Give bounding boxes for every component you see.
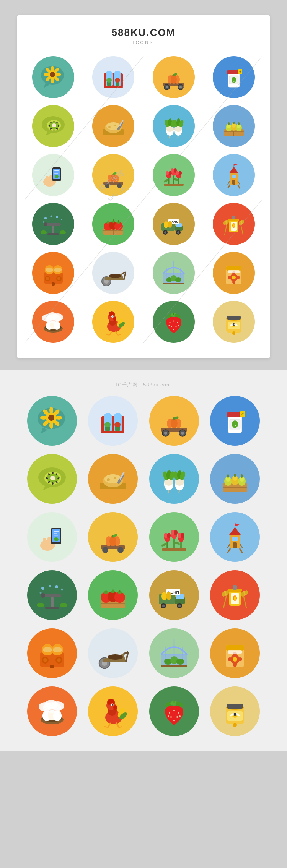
rooster-large-icon[interactable] — [88, 686, 138, 736]
tomatoes-box-icon[interactable] — [92, 203, 134, 245]
cheese-large-icon[interactable] — [88, 454, 138, 504]
corn-field-large-icon[interactable]: CORN — [149, 570, 199, 620]
svg-point-160 — [164, 231, 166, 234]
phone-hand-large-icon[interactable] — [27, 512, 77, 562]
orange-machine-icon[interactable] — [32, 252, 74, 294]
svg-rect-96 — [54, 172, 57, 172]
radish-large-icon[interactable] — [149, 454, 199, 504]
svg-point-265 — [49, 407, 53, 414]
svg-line-75 — [169, 136, 170, 138]
clouds-farm-large-icon[interactable] — [27, 686, 77, 736]
svg-point-468 — [228, 657, 232, 661]
svg-point-507 — [179, 715, 181, 717]
svg-point-505 — [173, 720, 175, 721]
svg-point-439 — [43, 647, 52, 652]
svg-rect-396 — [51, 597, 54, 607]
rooster-icon[interactable] — [92, 301, 134, 343]
pumpkin2-icon[interactable] — [92, 154, 134, 196]
svg-line-331 — [168, 490, 169, 493]
seeds-jar-icon[interactable]: ★ ② — [213, 56, 255, 98]
wheat-bell-icon[interactable] — [213, 203, 255, 245]
water-tower-large-icon[interactable] — [210, 512, 260, 562]
svg-point-395 — [41, 593, 45, 598]
seeds-jar-large-icon[interactable]: ★ ② — [210, 396, 260, 446]
svg-point-204 — [175, 277, 181, 282]
sprinkler-large-icon[interactable] — [27, 570, 77, 620]
svg-rect-282 — [101, 432, 124, 433]
svg-line-433 — [243, 595, 246, 608]
pumpkin-cart-large-icon[interactable] — [149, 396, 199, 446]
svg-point-249 — [173, 329, 174, 330]
corn-field-icon[interactable]: CORN — [153, 203, 195, 245]
svg-point-142 — [41, 230, 47, 234]
strawberry-icon[interactable] — [153, 301, 195, 343]
svg-point-23 — [106, 78, 112, 83]
seed-packet-icon[interactable] — [213, 252, 255, 294]
svg-rect-461 — [161, 665, 187, 667]
wheelbarrow-large-icon[interactable] — [88, 628, 138, 678]
svg-point-435 — [241, 592, 244, 597]
radish-icon[interactable] — [153, 105, 195, 147]
svg-point-21 — [114, 71, 121, 78]
kiwi-large-icon[interactable] — [27, 454, 77, 504]
honey-jar-large-icon[interactable] — [210, 686, 260, 736]
svg-point-281 — [114, 422, 121, 427]
honey-jar-icon[interactable] — [213, 301, 255, 343]
bottom-watermark: IC千库网 588ku.com — [116, 382, 171, 388]
svg-line-127 — [228, 181, 230, 185]
pumpkin2-large-icon[interactable] — [88, 512, 138, 562]
svg-rect-141 — [47, 233, 59, 235]
clouds-farm-icon[interactable] — [32, 301, 74, 343]
greenhouse2-large-icon[interactable] — [149, 628, 199, 678]
svg-rect-90 — [46, 176, 49, 183]
svg-rect-130 — [232, 175, 236, 178]
pears-crate-icon[interactable] — [213, 105, 255, 147]
sunflower-icon[interactable] — [32, 56, 74, 98]
tulips-large-icon[interactable] — [149, 512, 199, 562]
seed-packet-large-icon[interactable] — [210, 628, 260, 678]
svg-point-391 — [55, 585, 58, 588]
svg-point-245 — [173, 321, 174, 322]
svg-point-8 — [50, 72, 55, 77]
svg-point-276 — [104, 413, 112, 421]
svg-point-501 — [173, 710, 175, 711]
greenhouse-icon[interactable] — [92, 56, 134, 98]
svg-point-452 — [108, 654, 123, 660]
svg-point-179 — [239, 221, 241, 225]
svg-point-431 — [222, 592, 225, 597]
svg-line-495 — [119, 727, 122, 727]
wheelbarrow-icon[interactable] — [92, 252, 134, 294]
pears-crate-large-icon[interactable] — [210, 454, 260, 504]
svg-point-101 — [117, 183, 122, 188]
water-tower-icon[interactable] — [213, 154, 255, 196]
icon-grid-bottom: ★ ② — [23, 396, 264, 736]
tomatoes-box-large-icon[interactable] — [88, 570, 138, 620]
svg-rect-346 — [43, 538, 46, 547]
tulips-icon[interactable] — [153, 154, 195, 196]
svg-point-9 — [51, 66, 54, 71]
sprinkler-icon[interactable] — [32, 203, 74, 245]
svg-text:②: ② — [241, 413, 244, 416]
pumpkin-cart-icon[interactable] — [153, 56, 195, 98]
svg-line-76 — [178, 136, 178, 138]
greenhouse-large-icon[interactable] — [88, 396, 138, 446]
svg-line-177 — [241, 224, 243, 235]
svg-rect-344 — [241, 474, 243, 478]
svg-point-354 — [54, 537, 59, 541]
phone-hand-icon[interactable] — [32, 154, 74, 196]
card-title: 588KU.COM — [25, 27, 262, 39]
sunflower-large-icon[interactable] — [27, 396, 77, 446]
greenhouse2-icon[interactable] — [153, 252, 195, 294]
svg-point-319 — [107, 478, 110, 481]
svg-rect-510 — [227, 704, 243, 709]
strawberry-large-icon[interactable] — [149, 686, 199, 736]
svg-point-260 — [232, 331, 235, 335]
svg-point-64 — [114, 125, 116, 126]
svg-point-49 — [52, 123, 56, 127]
svg-point-248 — [175, 326, 176, 327]
kiwi-icon[interactable] — [32, 105, 74, 147]
orange-machine-large-icon[interactable] — [27, 628, 77, 678]
cheese-icon[interactable] — [92, 105, 134, 147]
svg-point-233 — [113, 317, 116, 321]
wheat-bell-large-icon[interactable] — [210, 570, 260, 620]
